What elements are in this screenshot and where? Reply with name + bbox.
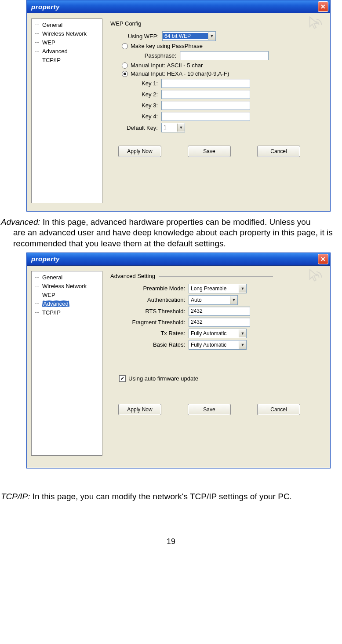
window-title: property — [31, 255, 318, 263]
key3-input[interactable] — [161, 101, 250, 110]
tree-item-wireless[interactable]: Wireless Network — [32, 282, 102, 291]
close-icon[interactable]: ✕ — [318, 254, 328, 264]
tcpip-paragraph: TCP/IP: In this page, you can modify the… — [1, 491, 341, 502]
tree-item-tcpip[interactable]: TCP/IP — [32, 308, 102, 317]
tree-item-general[interactable]: General — [32, 21, 102, 29]
frag-label: Fragment Threshold: — [110, 319, 189, 326]
radio-ascii-label: Manual Input: — [131, 62, 165, 69]
key4-label: Key 4: — [110, 113, 161, 120]
save-button[interactable]: Save — [188, 146, 231, 157]
key1-input[interactable] — [161, 79, 250, 88]
cursor-logo-icon — [307, 268, 324, 285]
radio-hexa[interactable] — [122, 71, 128, 77]
cancel-button[interactable]: Cancel — [257, 404, 300, 415]
hexa-suffix: HEXA - 10 char(0-9,A-F) — [167, 70, 229, 77]
frag-input[interactable]: 2432 — [189, 318, 250, 327]
chevron-down-icon[interactable]: ▼ — [239, 329, 246, 337]
passphrase-label: Passphrase: — [110, 52, 180, 59]
basic-label: Basic Rates: — [110, 341, 189, 348]
tree-item-wep[interactable]: WEP — [32, 291, 102, 300]
radio-passphrase-label: Make key using PassPhrase — [131, 43, 203, 49]
apply-button[interactable]: Apply Now — [118, 146, 161, 157]
divider — [145, 24, 268, 24]
auth-select[interactable]: Auto ▼ — [189, 295, 238, 305]
tx-select[interactable]: Fully Automatic ▼ — [189, 329, 247, 338]
radio-passphrase[interactable] — [122, 43, 128, 49]
divider — [159, 276, 273, 277]
chevron-down-icon[interactable]: ▼ — [239, 341, 246, 349]
radio-ascii[interactable] — [122, 62, 128, 69]
tree-item-wep[interactable]: WEP — [32, 38, 102, 47]
nav-tree: General Wireless Network WEP Advanced TC… — [31, 271, 102, 456]
radio-hexa-label: Manual Input: — [131, 70, 165, 77]
key2-input[interactable] — [161, 90, 250, 99]
key3-label: Key 3: — [110, 102, 161, 109]
key4-input[interactable] — [161, 112, 250, 121]
property-window-advanced: property ✕ General Wireless Network WEP … — [26, 252, 331, 468]
cursor-logo-icon — [307, 16, 324, 33]
section-title: WEP Config — [110, 20, 142, 27]
titlebar[interactable]: property ✕ — [27, 0, 330, 13]
key1-label: Key 1: — [110, 80, 161, 87]
preamble-select[interactable]: Long Preamble ▼ — [189, 284, 247, 293]
preamble-label: Preamble Mode: — [110, 285, 189, 292]
basic-select[interactable]: Fully Automatic ▼ — [189, 340, 247, 350]
chevron-down-icon[interactable]: ▼ — [230, 296, 237, 304]
nav-tree: General Wireless Network WEP Advanced TC… — [31, 18, 102, 203]
cancel-button[interactable]: Cancel — [257, 146, 300, 157]
passphrase-input[interactable] — [180, 51, 269, 60]
tree-item-tcpip[interactable]: TCP/IP — [32, 56, 102, 65]
property-window-wep: property ✕ General Wireless Network WEP … — [26, 0, 331, 212]
chevron-down-icon[interactable]: ▼ — [239, 285, 246, 293]
tree-item-advanced[interactable]: Advanced — [32, 47, 102, 56]
chevron-down-icon[interactable]: ▼ — [208, 32, 215, 40]
firmware-label: Using auto firmware update — [128, 375, 198, 382]
using-wep-label: Using WEP: — [110, 33, 162, 40]
save-button[interactable]: Save — [188, 404, 231, 415]
firmware-checkbox[interactable]: ✓ — [119, 375, 126, 382]
apply-button[interactable]: Apply Now — [118, 404, 161, 415]
key2-label: Key 2: — [110, 91, 161, 98]
advanced-paragraph: Advanced: In this page, advanced hardwar… — [1, 217, 341, 249]
rts-label: RTS Threshold: — [110, 308, 189, 315]
section-title: Advanced Setting — [110, 273, 155, 279]
tree-item-wireless[interactable]: Wireless Network — [32, 29, 102, 38]
tx-label: Tx Rates: — [110, 330, 189, 337]
using-wep-select[interactable]: 64 bit WEP ▼ — [162, 31, 216, 41]
auth-label: Authentication: — [110, 296, 189, 303]
ascii-suffix: ASCII - 5 char — [167, 62, 203, 69]
default-key-label: Default Key: — [110, 124, 161, 131]
default-key-select[interactable]: 1 ▼ — [161, 123, 185, 132]
page-number: 19 — [0, 537, 342, 546]
chevron-down-icon[interactable]: ▼ — [177, 124, 185, 132]
rts-input[interactable]: 2432 — [189, 307, 250, 316]
window-title: property — [31, 3, 318, 11]
titlebar[interactable]: property ✕ — [27, 253, 330, 266]
tree-item-advanced[interactable]: Advanced — [32, 300, 102, 308]
close-icon[interactable]: ✕ — [318, 1, 328, 12]
tree-item-general[interactable]: General — [32, 273, 102, 282]
